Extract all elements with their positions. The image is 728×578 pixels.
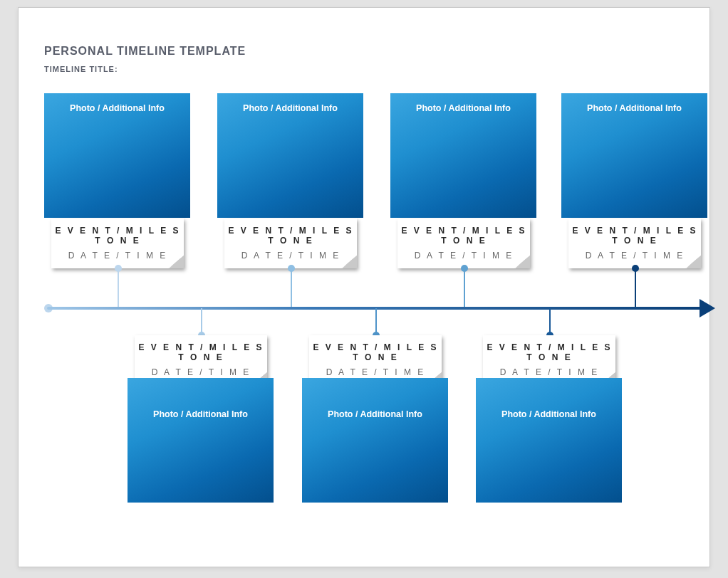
event-note: E V E N T / M I L E S T O N E D A T E / … (397, 219, 530, 268)
date-label: D A T E / T I M E (309, 367, 442, 377)
date-label: D A T E / T I M E (483, 367, 615, 377)
timeline-axis (47, 307, 702, 310)
arrow-right-icon (700, 299, 715, 317)
page-title: PERSONAL TIMELINE TEMPLATE (44, 45, 246, 58)
event-label: E V E N T / M I L E S T O N E (397, 226, 530, 246)
timeline-connector (464, 268, 465, 308)
date-label: D A T E / T I M E (224, 251, 357, 261)
event-note: E V E N T / M I L E S T O N E D A T E / … (568, 219, 701, 268)
timeline-connector (549, 308, 551, 335)
date-label: D A T E / T I M E (397, 251, 530, 261)
date-label: D A T E / T I M E (568, 251, 701, 261)
timeline-connector (118, 268, 119, 308)
event-label: E V E N T / M I L E S T O N E (135, 342, 267, 362)
title-block: PERSONAL TIMELINE TEMPLATE TIMELINE TITL… (44, 45, 246, 73)
photo-card: Photo / Additional Info (476, 378, 622, 503)
photo-card: Photo / Additional Info (390, 93, 536, 218)
timeline-connector (375, 308, 377, 335)
date-label: D A T E / T I M E (135, 367, 267, 377)
photo-card: Photo / Additional Info (561, 93, 707, 218)
event-label: E V E N T / M I L E S T O N E (568, 226, 701, 246)
event-note: E V E N T / M I L E S T O N E D A T E / … (224, 219, 357, 268)
event-label: E V E N T / M I L E S T O N E (483, 342, 615, 362)
event-label: E V E N T / M I L E S T O N E (224, 226, 357, 246)
photo-info-label: Photo / Additional Info (128, 409, 274, 419)
date-label: D A T E / T I M E (51, 251, 184, 261)
photo-info-label: Photo / Additional Info (476, 409, 622, 419)
photo-card: Photo / Additional Info (128, 378, 274, 503)
timeline-connector (635, 268, 636, 308)
photo-card: Photo / Additional Info (44, 93, 190, 218)
event-note: E V E N T / M I L E S T O N E D A T E / … (51, 219, 184, 268)
timeline-title-label: TIMELINE TITLE: (44, 65, 246, 73)
timeline-connector (291, 268, 292, 308)
photo-info-label: Photo / Additional Info (302, 409, 448, 419)
photo-info-label: Photo / Additional Info (217, 103, 363, 113)
event-label: E V E N T / M I L E S T O N E (309, 342, 442, 362)
photo-info-label: Photo / Additional Info (44, 103, 190, 113)
photo-card: Photo / Additional Info (217, 93, 363, 218)
timeline-connector (201, 308, 202, 335)
event-label: E V E N T / M I L E S T O N E (51, 226, 184, 246)
photo-info-label: Photo / Additional Info (390, 103, 536, 113)
document-page: PERSONAL TIMELINE TEMPLATE TIMELINE TITL… (18, 7, 710, 567)
photo-info-label: Photo / Additional Info (561, 103, 707, 113)
photo-card: Photo / Additional Info (302, 378, 448, 503)
